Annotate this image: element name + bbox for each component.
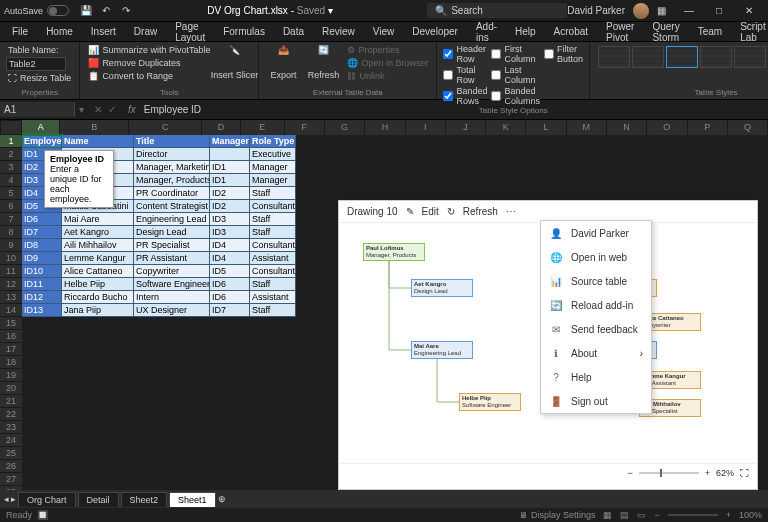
fit-icon[interactable]: ⛶ [740,468,749,478]
convert-range-button[interactable]: 📋 Convert to Range [86,70,212,82]
table-cell[interactable]: Executive [250,148,296,161]
edit-button[interactable]: Edit [422,206,439,217]
table-cell[interactable]: Alice Cattaneo [62,265,134,278]
table-cell[interactable]: ID13 [22,304,62,317]
refresh-drawing-button[interactable]: Refresh [463,206,498,217]
table-name-input[interactable] [6,57,66,71]
filter-button-check[interactable]: Filter Button [544,44,583,64]
enter-formula-icon[interactable]: ✓ [108,104,116,115]
table-cell[interactable]: PR Specialist [134,239,210,252]
refresh-drawing-icon[interactable]: ↻ [447,206,455,217]
save-icon[interactable]: 💾 [79,4,93,18]
sheet-tab-sheet2[interactable]: Sheet2 [121,492,168,507]
new-sheet-icon[interactable]: ⊕ [218,494,226,504]
table-cell[interactable]: Lemme Kangur [62,252,134,265]
table-cell[interactable]: Helbe Piip [62,278,134,291]
table-cell[interactable]: Staff [250,304,296,317]
cancel-formula-icon[interactable]: ✕ [94,104,102,115]
avatar[interactable] [633,3,649,19]
table-cell[interactable]: Copywriter [134,265,210,278]
table-cell[interactable]: ID7 [210,304,250,317]
menu-reload-add-in[interactable]: 🔄Reload add-in [541,293,651,317]
menu-help[interactable]: ?Help [541,365,651,389]
table-cell[interactable]: ID9 [22,252,62,265]
tab-draw[interactable]: Draw [126,23,165,40]
org-node[interactable]: Helbe PiipSoftware Engineer [459,393,521,411]
table-cell[interactable]: Assistant [250,252,296,265]
table-cell[interactable]: ID2 [210,200,250,213]
zoom-out-icon[interactable]: − [627,468,632,478]
row-header[interactable]: 1 [0,135,22,148]
table-cell[interactable]: Assistant [250,291,296,304]
total-row-check[interactable]: Total Row [443,65,487,85]
table-cell[interactable] [210,148,250,161]
col-header[interactable]: A [22,120,60,135]
style-thumb[interactable] [734,46,766,68]
table-cell[interactable]: Staff [250,187,296,200]
menu-source-table[interactable]: 📊Source table [541,269,651,293]
row-header[interactable]: 14 [0,304,22,317]
tab-formulas[interactable]: Formulas [215,23,273,40]
table-cell[interactable]: Consultant [250,265,296,278]
zoom-slider[interactable] [639,472,699,474]
row-header[interactable]: 18 [0,356,22,369]
table-styles-gallery[interactable] [596,44,768,88]
table-cell[interactable]: ID3 [210,226,250,239]
row-header[interactable]: 4 [0,174,22,187]
table-cell[interactable]: Staff [250,278,296,291]
col-header[interactable]: F [285,120,325,135]
first-col-check[interactable]: First Column [491,44,540,64]
col-header[interactable]: G [325,120,365,135]
menu-sign-out[interactable]: 🚪Sign out [541,389,651,413]
col-header[interactable]: N [607,120,647,135]
table-cell[interactable]: Aet Kangro [62,226,134,239]
table-header-cell[interactable]: Title [134,135,210,148]
col-header[interactable]: E [241,120,285,135]
insert-slicer-button[interactable]: 🔪Insert Slicer [216,44,252,81]
table-cell[interactable]: ID8 [22,239,62,252]
col-header[interactable]: I [406,120,446,135]
tab-review[interactable]: Review [314,23,363,40]
org-node[interactable]: Aet KangroDesign Lead [411,279,473,297]
row-header[interactable]: 21 [0,395,22,408]
table-cell[interactable]: ID11 [22,278,62,291]
col-header[interactable]: P [688,120,728,135]
sheet-tab-sheet1[interactable]: Sheet1 [169,492,216,507]
select-all-corner[interactable] [0,120,22,135]
col-header[interactable]: K [486,120,526,135]
table-cell[interactable]: Jana Piip [62,304,134,317]
formula-input[interactable]: Employee ID [142,102,768,117]
tab-insert[interactable]: Insert [83,23,124,40]
table-cell[interactable]: ID6 [210,278,250,291]
edit-icon[interactable]: ✎ [406,206,414,217]
row-header[interactable]: 10 [0,252,22,265]
export-button[interactable]: 📤Export [265,44,301,81]
zoom-level[interactable]: 100% [739,510,762,520]
menu-open-in-web[interactable]: 🌐Open in web [541,245,651,269]
table-cell[interactable]: ID5 [210,265,250,278]
refresh-button[interactable]: 🔄Refresh [305,44,341,81]
tab-view[interactable]: View [365,23,403,40]
row-header[interactable]: 12 [0,278,22,291]
row-header[interactable]: 8 [0,226,22,239]
table-cell[interactable]: UX Designer [134,304,210,317]
table-cell[interactable]: Staff [250,213,296,226]
col-header[interactable]: M [567,120,607,135]
row-header[interactable]: 6 [0,200,22,213]
table-header-cell[interactable]: Role Type [250,135,296,148]
table-cell[interactable]: ID3 [210,213,250,226]
table-cell[interactable]: ID1 [210,161,250,174]
col-header[interactable]: O [647,120,687,135]
col-header[interactable]: H [365,120,405,135]
row-header[interactable]: 26 [0,460,22,473]
row-header[interactable]: 7 [0,213,22,226]
table-cell[interactable]: Riccardo Bucho [62,291,134,304]
table-cell[interactable]: Director [134,148,210,161]
row-header[interactable]: 3 [0,161,22,174]
style-thumb[interactable] [598,46,630,68]
sheet-tab-detail[interactable]: Detail [78,492,119,507]
view-break-icon[interactable]: ▭ [637,510,646,520]
prev-sheet-icon[interactable]: ◂ [4,494,9,504]
view-normal-icon[interactable]: ▦ [603,510,612,520]
table-header-cell[interactable]: Manager ID [210,135,250,148]
